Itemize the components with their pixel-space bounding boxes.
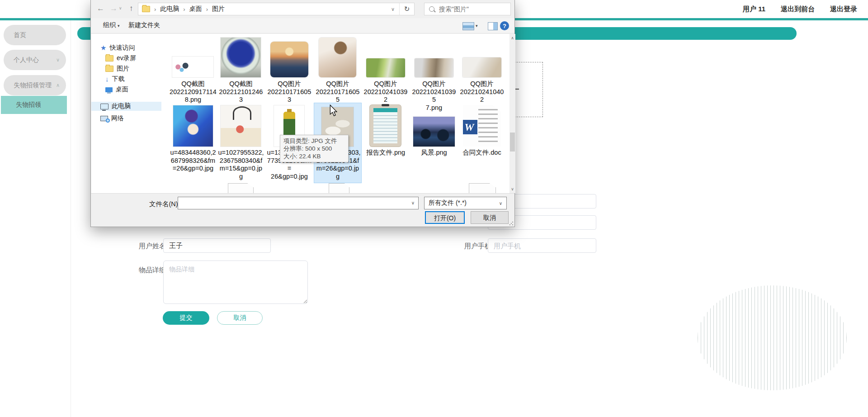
nav-this-pc[interactable]: 此电脑 [91, 102, 161, 111]
dialog-cancel-button[interactable]: 取消 [471, 211, 509, 224]
nav-pictures-folder[interactable]: 图片 [105, 64, 129, 73]
file-item[interactable]: QQ图片 2022102410402 5.png [458, 36, 505, 104]
file-thumbnail [270, 42, 308, 77]
breadcrumb-pictures[interactable]: 图片 [212, 5, 225, 13]
network-icon [100, 116, 108, 121]
word-logo: W [460, 119, 478, 135]
file-thumbnail [366, 58, 405, 77]
scroll-down-icon[interactable]: ∨ [509, 187, 515, 191]
history-chevron-icon[interactable]: ∨ [119, 6, 122, 10]
doc-lines [478, 109, 498, 142]
download-icon: ↓ [105, 76, 109, 82]
username-label: 用户姓名 [139, 242, 166, 251]
chevron-down-icon: ∨ [56, 57, 60, 63]
breadcrumb-this-pc[interactable]: 此电脑 [160, 5, 179, 13]
sidebar-item-personal[interactable]: 个人中心 ∨ [4, 50, 66, 70]
file-thumbnail [319, 38, 356, 77]
nav-ev-folder[interactable]: ev录屏 [105, 54, 136, 63]
dialog-toolbar: 组织 ▾ 新建文件夹 ▾ ? [91, 18, 514, 33]
file-item[interactable]: u=483448360,2 687998326&fm =26&gp=0.jpg [170, 103, 217, 183]
file-item[interactable]: QQ图片 2022101716053 4.png [266, 36, 313, 104]
nav-network[interactable]: 网络 [100, 114, 124, 123]
detail-textarea[interactable] [163, 261, 308, 304]
nav-quick-access[interactable]: ★ 快速访问 [100, 43, 135, 52]
file-item[interactable]: 报告文件.png [362, 103, 409, 183]
chevron-up-icon: ∧ [56, 82, 60, 88]
desktop-icon [105, 87, 113, 92]
file-item[interactable]: u=1027955322, 2367580340&f m=15&gp=0.jp … [217, 103, 264, 183]
phone-field[interactable] [488, 238, 596, 253]
tooltip-size: 大小: 22.4 KB [283, 152, 345, 160]
sidebar-item-lost-found[interactable]: 失物招领 [1, 96, 67, 114]
organize-button[interactable]: 组织 ▾ [103, 21, 119, 29]
file-item[interactable]: QQ图片 2022101716055 3.png [314, 36, 361, 104]
tooltip-resolution: 分辨率: 500 x 500 [283, 145, 345, 152]
nav-downloads[interactable]: ↓ 下载 [105, 75, 125, 84]
breadcrumb: › 此电脑 › 桌面 › 图片 [138, 5, 387, 13]
cancel-button[interactable]: 取消 [217, 311, 263, 325]
up-icon[interactable]: ↑ [129, 4, 133, 13]
dropdown-triangle-icon: ▾ [118, 24, 120, 28]
sidebar-item-home[interactable]: 首页 [4, 25, 66, 45]
scroll-up-icon[interactable]: ∧ [509, 36, 515, 40]
sidebar-item-manage[interactable]: 失物招领管理 ∧ [4, 75, 66, 95]
word-document-icon: W [463, 105, 501, 147]
file-item-partial[interactable] [469, 183, 496, 194]
file-item[interactable]: QQ截图 2022120917114 8.png [170, 36, 217, 104]
file-item[interactable]: QQ图片 2022102410395 7.png [410, 36, 458, 104]
exit-to-front-link[interactable]: 退出到前台 [781, 5, 815, 14]
scrollbar-thumb[interactable] [510, 133, 515, 152]
file-open-dialog: ← → ∨ ↑ › 此电脑 › 桌面 › 图片 ∨ ↻ 组织 ▾ 新建文件夹 ▾ [90, 0, 515, 227]
refresh-icon: ↻ [404, 5, 410, 13]
combo-chevron-icon[interactable]: ∨ [411, 200, 415, 205]
sidebar: 首页 个人中心 ∨ 失物招领管理 ∧ 失物招领 [0, 20, 71, 417]
folder-icon [105, 55, 113, 62]
forward-icon[interactable]: → [110, 4, 118, 13]
open-button[interactable]: 打开(O) [425, 211, 465, 224]
new-folder-button[interactable]: 新建文件夹 [128, 21, 160, 29]
address-dropdown-icon[interactable]: ∨ [387, 6, 399, 12]
thumbnail-view-icon[interactable] [462, 22, 474, 30]
filename-input[interactable] [180, 198, 408, 209]
view-dropdown-icon[interactable]: ▾ [476, 24, 478, 28]
preview-pane-icon[interactable] [488, 22, 498, 30]
star-icon: ★ [100, 45, 106, 51]
decorative-striped-circle [698, 285, 847, 390]
breadcrumb-desktop[interactable]: 桌面 [189, 5, 202, 13]
filetype-select[interactable]: 所有文件 (*.*) ∨ [424, 197, 507, 209]
search-box[interactable] [424, 3, 511, 15]
file-thumbnail [413, 117, 455, 147]
dialog-footer: 文件名(N): ∨ 所有文件 (*.*) ∨ 打开(O) 取消 [91, 193, 514, 227]
file-item-partial[interactable] [329, 183, 349, 194]
resize-grip[interactable] [509, 221, 514, 226]
file-thumbnail [173, 105, 213, 147]
file-item[interactable]: QQ截图 2022121012463 9.png [217, 36, 264, 104]
file-item-partial[interactable] [228, 183, 254, 194]
file-thumbnail [415, 58, 453, 77]
nav-desktop[interactable]: 桌面 [105, 85, 128, 94]
submit-button[interactable]: 提交 [163, 311, 209, 325]
mouse-cursor [329, 104, 338, 117]
refresh-button[interactable]: ↻ [399, 3, 414, 15]
topbar-user: 用户 11 [743, 5, 765, 14]
search-input[interactable] [438, 5, 499, 13]
folder-icon [142, 6, 150, 12]
help-icon[interactable]: ? [500, 21, 509, 30]
computer-icon [100, 104, 108, 109]
file-item[interactable]: QQ图片 2022102410392 9.png [362, 36, 409, 104]
file-item[interactable]: W 合同文件.doc [458, 103, 505, 183]
detail-label: 物品详细 [139, 266, 166, 275]
file-thumbnail [221, 105, 261, 147]
filename-combobox[interactable]: ∨ [178, 197, 419, 209]
username-field[interactable] [163, 238, 271, 253]
vertical-scrollbar[interactable]: ∧ ∨ [509, 34, 515, 193]
address-bar[interactable]: › 此电脑 › 桌面 › 图片 ∨ ↻ [138, 3, 415, 15]
back-icon[interactable]: ← [97, 4, 104, 13]
search-icon [429, 6, 434, 12]
file-item[interactable]: 风景.png [410, 103, 458, 183]
file-thumbnail [370, 105, 401, 147]
filetype-chevron-icon: ∨ [499, 201, 502, 206]
folder-icon [105, 66, 113, 72]
dialog-body: ★ 快速访问 ev录屏 图片 ↓ 下载 桌面 此电脑 网络 [91, 34, 509, 193]
logout-link[interactable]: 退出登录 [830, 5, 857, 14]
